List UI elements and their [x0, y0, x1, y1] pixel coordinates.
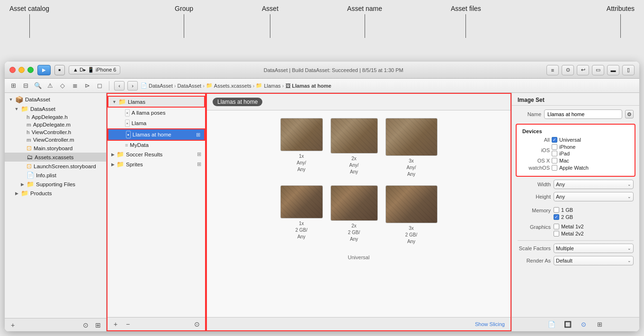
- attr-memory-row: Memory 1 GB ✓ 2 GB: [512, 204, 639, 223]
- minimize-button[interactable]: [18, 67, 25, 73]
- attr-gear-btn[interactable]: ⚙: [625, 110, 634, 118]
- checkbox-mac[interactable]: [552, 158, 557, 163]
- group-soccer-results[interactable]: ▶ 📁 Soccer Results ⊞: [107, 149, 205, 159]
- devices-section: Devices All ✓ Universal iOS iPhone: [516, 124, 635, 177]
- add-file-btn[interactable]: +: [9, 321, 17, 329]
- nav-item-main-storyboard[interactable]: ⊡ Main.storyboard: [5, 144, 106, 153]
- nav-item-products[interactable]: ▶ 📁 Products: [5, 189, 106, 198]
- render-select-arrow: ⌄: [627, 258, 631, 263]
- disclosure-root[interactable]: ▼: [9, 97, 13, 102]
- memory-1gb-row: 1 GB: [554, 207, 573, 213]
- show-slicing-btn[interactable]: Show Slicing: [475, 321, 505, 327]
- run-button[interactable]: ▶: [37, 65, 51, 75]
- scale-select-arrow: ⌄: [627, 246, 631, 251]
- group-sprites[interactable]: ▶ 📁 Sprites ⊞: [107, 159, 205, 169]
- nav-item-appdelegate-h[interactable]: h AppDelegate.h: [5, 113, 106, 121]
- checkbox-apple-watch[interactable]: [552, 165, 557, 171]
- disclosure-supporting[interactable]: ▶: [20, 182, 25, 187]
- attr-scale-select[interactable]: Multiple ⌄: [554, 244, 634, 253]
- scheme-selector[interactable]: ▲ D▸ 📱 iPhone 6: [69, 65, 120, 74]
- maximize-button[interactable]: [27, 67, 34, 73]
- debug-btn[interactable]: ▬: [607, 65, 619, 75]
- filter-group-btn[interactable]: ⊙: [193, 320, 201, 328]
- nav-item-appdelegate-m[interactable]: m AppDelegate.m: [5, 121, 106, 128]
- remove-group-btn[interactable]: −: [124, 320, 132, 328]
- hierarchy-icon[interactable]: ⊳: [82, 81, 92, 91]
- back-forward-btn[interactable]: ↩: [577, 65, 589, 75]
- checkbox-metal1v2[interactable]: [554, 224, 559, 229]
- asset-groups-panel: ▼ 📁 Llamas ▼ ▪ A llama poses ▼ ▪ Llama: [107, 93, 206, 331]
- nav-icon-2[interactable]: ⊟: [21, 81, 30, 91]
- asset-image-3x-2gb[interactable]: [385, 185, 438, 223]
- nav-item-root[interactable]: ▼ 📦 DataAsset: [5, 95, 106, 104]
- nav-item-assets-xcassets[interactable]: 🗂 Assets.xcassets: [5, 153, 106, 162]
- align-icon-btn[interactable]: ≡: [546, 65, 559, 75]
- navigator-btn[interactable]: ▭: [592, 65, 604, 75]
- group-a-llama-poses[interactable]: ▼ ▪ A llama poses: [107, 108, 205, 118]
- filter-icon[interactable]: ◇: [58, 81, 67, 91]
- attr-name-input[interactable]: [544, 109, 622, 119]
- nav-item-info-plist[interactable]: 📄 Info.plist: [5, 171, 106, 180]
- image-icon-llama: ▪: [125, 119, 130, 127]
- attr-height-label: Height: [518, 194, 551, 200]
- group-llamas[interactable]: ▼ 📁 Llamas: [107, 96, 205, 108]
- nav-item-supporting-files[interactable]: ▶ 📁 Supporting Files: [5, 180, 106, 189]
- asset-image-1x-any[interactable]: [280, 118, 323, 151]
- comment-icon[interactable]: ◻: [95, 81, 104, 91]
- add-group-btn[interactable]: +: [111, 320, 120, 328]
- checkbox-iphone[interactable]: [552, 144, 557, 150]
- inspector-btn[interactable]: ▯: [622, 65, 635, 75]
- close-button[interactable]: [9, 67, 16, 73]
- warning-icon[interactable]: ⚠: [45, 81, 55, 91]
- checkbox-metal2v2[interactable]: [554, 231, 559, 236]
- nav-item-viewcontroller-h[interactable]: h ViewController.h: [5, 128, 106, 136]
- activity-viewer: DataAsset | Build DataAsset: Succeeded |…: [124, 67, 543, 73]
- titlebar: ▶ ■ ▲ D▸ 📱 iPhone 6 DataAsset | Build Da…: [5, 62, 639, 79]
- disclosure-dataasset[interactable]: ▼: [14, 107, 19, 111]
- attr-attributes-icon[interactable]: ⊙: [579, 319, 589, 330]
- list-icon[interactable]: ≣: [70, 81, 80, 91]
- asset-cell-1x-2gb: 1x2 GB/Any: [280, 185, 323, 245]
- group-mydata[interactable]: ▼ ≡ MyData: [107, 141, 205, 149]
- nav-item-launchscreen[interactable]: ⊡ LaunchScreen.storyboard: [5, 162, 106, 171]
- secondary-toolbar: ⊞ ⊟ 🔍 ⚠ ◇ ≣ ⊳ ◻ ‹ › 📄 DataAsset › DataAs…: [5, 79, 639, 93]
- search-icon[interactable]: 🔍: [33, 81, 43, 91]
- attr-file-icon[interactable]: 📄: [546, 319, 557, 330]
- xcassets-icon: 🗂: [27, 154, 33, 161]
- asset-footer: Show Slicing: [207, 317, 510, 330]
- attr-width-select[interactable]: Any ⌄: [554, 180, 634, 189]
- attr-width-label: Width: [518, 182, 551, 187]
- asset-image-2x-any[interactable]: [331, 118, 378, 154]
- back-btn[interactable]: ‹: [114, 81, 125, 91]
- attr-height-select[interactable]: Any ⌄: [554, 192, 634, 201]
- asset-image-1x-2gb[interactable]: [280, 185, 323, 218]
- annotation-attributes: Attributes: [607, 5, 635, 47]
- disclosure-sprites[interactable]: ▶: [111, 162, 115, 167]
- nav-item-viewcontroller-m[interactable]: m ViewController.m: [5, 136, 106, 144]
- nav-icon-1[interactable]: ⊞: [9, 81, 18, 91]
- disclosure-soccer[interactable]: ▶: [111, 152, 115, 157]
- attr-render-select[interactable]: Default ⌄: [554, 256, 634, 265]
- group-llamas-at-home[interactable]: ▼ ▪ Llamas at home ⊞: [107, 128, 205, 141]
- disclosure-products[interactable]: ▶: [14, 191, 19, 196]
- device-check-iphone: iPhone: [552, 144, 575, 150]
- nav-item-dataasset-folder[interactable]: ▼ 📁 DataAsset: [5, 104, 106, 113]
- annotation-group: Group: [175, 5, 193, 47]
- asset-image-2x-2gb[interactable]: [331, 185, 378, 221]
- image-icon-poses: ▪: [125, 109, 130, 117]
- checkbox-1gb[interactable]: [554, 207, 559, 213]
- media-icon-btn[interactable]: ⊙: [562, 65, 574, 75]
- attr-connections-icon[interactable]: ⊞: [595, 319, 605, 330]
- disclosure-llamas[interactable]: ▼: [112, 100, 116, 104]
- filter-file-btn[interactable]: ⊙: [81, 321, 90, 329]
- checkbox-universal[interactable]: ✓: [552, 137, 557, 143]
- refresh-file-btn[interactable]: ⊞: [94, 321, 102, 329]
- attr-history-icon[interactable]: 🔲: [563, 319, 573, 330]
- group-llama[interactable]: ▼ ▪ Llama: [107, 118, 205, 128]
- stop-button[interactable]: ■: [54, 65, 65, 75]
- asset-image-3x-any[interactable]: [385, 118, 438, 156]
- asset-name-pill: Llamas at home: [213, 98, 262, 106]
- forward-btn[interactable]: ›: [127, 81, 138, 91]
- checkbox-2gb[interactable]: ✓: [554, 214, 559, 220]
- checkbox-ipad[interactable]: [552, 151, 557, 156]
